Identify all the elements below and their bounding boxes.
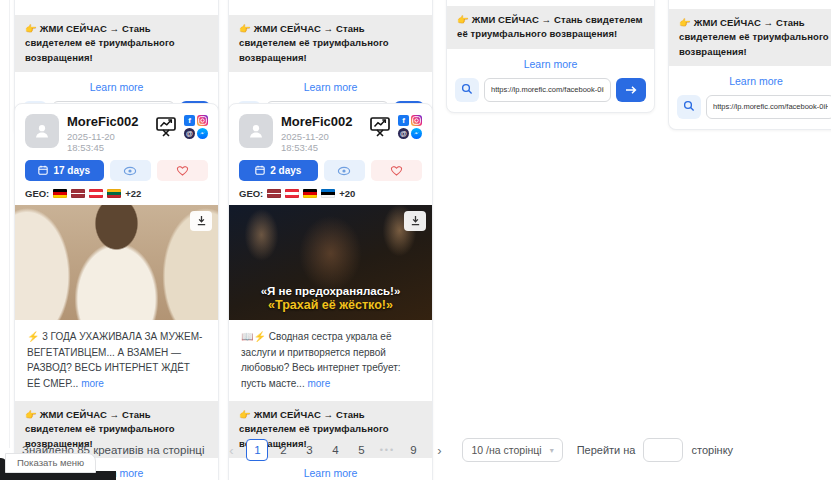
search-url-button[interactable] (455, 78, 479, 102)
goto-page-label: Перейти на (577, 444, 636, 456)
days-active-button[interactable]: 2 days (239, 160, 318, 181)
creative-datetime: 2025-11-20 18:53:45 (67, 131, 154, 153)
messenger-icon[interactable] (197, 128, 208, 139)
favorite-button[interactable] (371, 160, 422, 181)
pagination-ellipsis[interactable]: ••• (376, 439, 398, 461)
goto-page-input[interactable] (643, 438, 683, 462)
pagination-prev-button[interactable]: ‹ (220, 439, 242, 461)
preview-button[interactable] (110, 160, 152, 181)
show-menu-button[interactable]: Показать меню (5, 453, 96, 473)
page-name: MoreFic002 (281, 114, 368, 129)
creative-body-text: 📖⚡ Сводная сестра украла её заслуги и пр… (229, 320, 432, 401)
learn-more-link[interactable]: Learn more (229, 81, 432, 93)
avatar (25, 114, 59, 148)
learn-more-link[interactable]: Learn more (669, 75, 831, 87)
more-link[interactable]: more (81, 378, 104, 389)
heart-icon (176, 162, 189, 180)
panel-edge-divider (9, 0, 10, 448)
flag-germany (303, 189, 317, 198)
goto-page-suffix: сторінку (691, 444, 733, 456)
image-overlay-text: «Я не предохранялась!» «Трахай её жёстко… (229, 285, 432, 312)
per-page-value: 10 /на сторінці (471, 444, 541, 456)
open-url-button[interactable] (616, 78, 646, 102)
download-icon (196, 212, 207, 230)
creative-datetime: 2025-11-20 18:53:45 (281, 131, 368, 153)
pagination-page-5[interactable]: 5 (350, 439, 372, 461)
avatar (239, 114, 273, 148)
search-icon (461, 81, 473, 99)
cta-headline: 👉 ЖМИ СЕЙЧАС → Стань свидетелем её триум… (447, 6, 654, 49)
threads-icon[interactable]: @ (184, 128, 195, 139)
flag-latvia (267, 189, 281, 198)
pagination-page-3[interactable]: 3 (298, 439, 320, 461)
learn-more-link[interactable]: Learn more (15, 81, 218, 93)
flag-estonia (321, 189, 335, 198)
days-label: 17 days (53, 165, 90, 176)
page-name: MoreFic002 (67, 114, 154, 129)
creative-card-partial-4: 👉 ЖМИ СЕЙЧАС → Стань свидетелем её триум… (668, 0, 831, 130)
more-link[interactable]: more (307, 378, 330, 389)
flag-latvia (71, 189, 85, 198)
search-url-button[interactable] (677, 95, 701, 119)
geo-label: GEO: (239, 188, 263, 199)
preview-button[interactable] (324, 160, 366, 181)
cta-headline: 👉 ЖМИ СЕЙЧАС → Стань свидетелем её триум… (229, 15, 432, 72)
calendar-icon (38, 165, 48, 177)
eye-icon (123, 162, 137, 180)
pagination-page-2[interactable]: 2 (272, 439, 294, 461)
flag-lithuania (107, 189, 121, 198)
landing-url-input[interactable] (706, 95, 831, 119)
pagination-page-1[interactable]: 1 (246, 439, 268, 461)
eye-icon (337, 162, 351, 180)
instagram-icon[interactable] (197, 115, 208, 126)
pagination-bar: Знайдено 85 креативів на сторінці ‹ 1 2 … (22, 438, 733, 462)
creative-image: «Я не предохранялась!» «Трахай её жёстко… (229, 205, 432, 320)
calendar-icon (255, 165, 265, 177)
geo-extra-count: +22 (125, 188, 141, 199)
cta-headline: 👉 ЖМИ СЕЙЧАС → Стань свидетелем её триум… (15, 15, 218, 72)
pagination-page-9[interactable]: 9 (402, 439, 424, 461)
heart-icon (390, 162, 403, 180)
download-image-button[interactable] (190, 211, 212, 231)
days-active-button[interactable]: 17 days (25, 160, 104, 181)
presentation-stats-icon[interactable] (368, 114, 392, 142)
threads-icon[interactable]: @ (398, 128, 409, 139)
geo-label: GEO: (25, 188, 49, 199)
messenger-icon[interactable] (411, 128, 422, 139)
landing-url-input[interactable] (484, 78, 611, 102)
download-image-button[interactable] (404, 211, 426, 231)
chevron-down-icon: ▾ (550, 446, 554, 455)
instagram-icon[interactable] (411, 115, 422, 126)
flag-germany (53, 189, 67, 198)
cta-headline: 👉 ЖМИ СЕЙЧАС → Стань свидетелем её триум… (669, 9, 831, 66)
creative-card-partial-3: ИНТЕРНЕТ ЖДЁТ ЕЁ СМЕР... more 👉 ЖМИ СЕЙЧ… (446, 0, 655, 113)
learn-more-link[interactable]: Learn more (229, 467, 432, 479)
per-page-select[interactable]: 10 /на сторінці ▾ (462, 438, 562, 462)
search-icon (683, 98, 695, 116)
pagination-page-4[interactable]: 4 (324, 439, 346, 461)
geo-extra-count: +20 (339, 188, 355, 199)
facebook-icon[interactable]: f (398, 115, 409, 126)
download-icon (410, 212, 421, 230)
flag-austria (89, 189, 103, 198)
arrow-right-icon (625, 81, 637, 99)
flag-austria (285, 189, 299, 198)
pagination-next-button[interactable]: › (428, 439, 450, 461)
days-label: 2 days (270, 165, 301, 176)
learn-more-link[interactable]: Learn more (447, 58, 654, 70)
creative-card-2: MoreFic002 2025-11-20 18:53:45 f @ 2 day… (228, 103, 433, 480)
creative-card-1: MoreFic002 2025-11-20 18:53:45 f @ 17 da… (14, 103, 219, 480)
creative-body-text: ⚡ 3 ГОДА УХАЖИВАЛА ЗА МУЖЕМ-ВЕГЕТАТИВЦЕМ… (15, 320, 218, 401)
facebook-icon[interactable]: f (184, 115, 195, 126)
presentation-stats-icon[interactable] (154, 114, 178, 142)
favorite-button[interactable] (157, 160, 208, 181)
creative-image (15, 205, 218, 320)
